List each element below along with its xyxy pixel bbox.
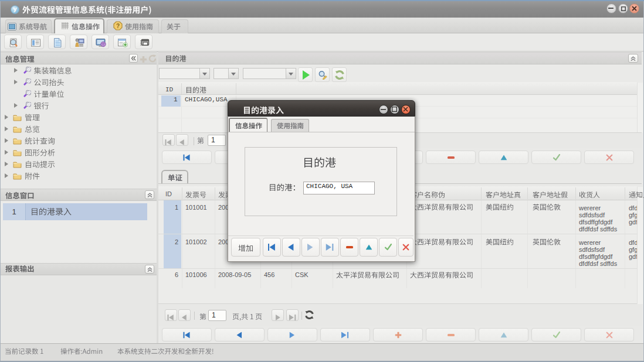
- svg-text:?: ?: [116, 23, 120, 29]
